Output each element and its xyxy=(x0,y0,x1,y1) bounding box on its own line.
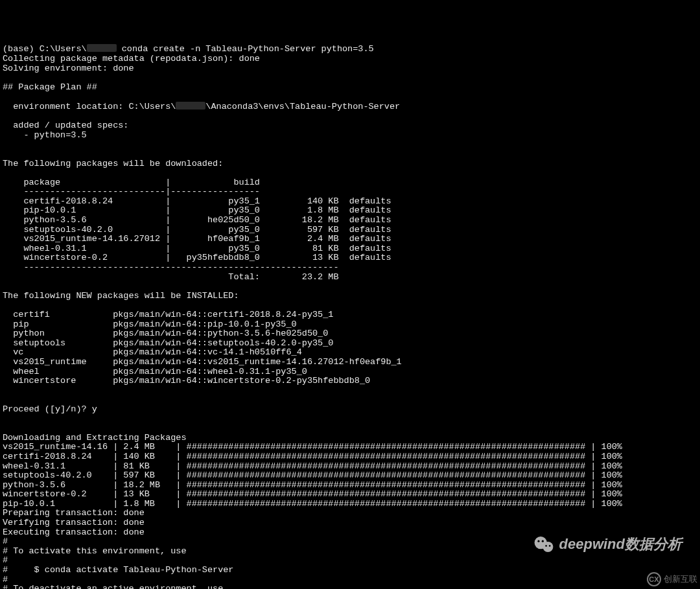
dl-col-header: package | build xyxy=(3,178,260,187)
proceed-prompt: Proceed ([y]/n)? y xyxy=(3,404,97,414)
prompt-prefix: (base) C:\Users\ xyxy=(3,44,87,54)
hint-line: # xyxy=(3,555,8,565)
svg-point-4 xyxy=(545,545,547,547)
env-loc-label: environment location: C:\Users\ xyxy=(3,102,176,111)
redacted-user xyxy=(176,102,205,110)
transaction-line: Verifying transaction: done xyxy=(3,518,145,527)
dl-row: certifi-2018.8.24 | py35_1 140 KB defaul… xyxy=(3,196,391,206)
dl-row: python-3.5.6 | he025d50_0 18.2 MB defaul… xyxy=(3,215,391,225)
new-row: vs2015_runtime pkgs/main/win-64::vs2015_… xyxy=(3,357,402,367)
new-row: wincertstore pkgs/main/win-64::wincertst… xyxy=(3,376,370,386)
hint-line: # xyxy=(3,575,8,584)
dl-row: vs2015_runtime-14.16.27012 | hf0eaf9b_1 … xyxy=(3,234,391,244)
transaction-line: Executing transaction: done xyxy=(3,527,145,537)
dl-row: setuptools-40.2.0 | py35_0 597 KB defaul… xyxy=(3,225,391,235)
download-header: The following packages will be downloade… xyxy=(3,159,223,168)
extract-row: setuptools-40.2.0 | 597 KB | ###########… xyxy=(3,470,622,480)
hint-line: # xyxy=(3,537,8,546)
extract-header: Downloading and Extracting Packages xyxy=(3,433,187,443)
new-row: certifi pkgs/main/win-64::certifi-2018.8… xyxy=(3,310,333,319)
wechat-icon xyxy=(517,525,554,563)
transaction-line: Preparing transaction: done xyxy=(3,508,145,518)
new-row: setuptools pkgs/main/win-64::setuptools-… xyxy=(3,338,333,348)
svg-point-3 xyxy=(541,540,543,542)
new-row: pip pkgs/main/win-64::pip-10.0.1-py35_0 xyxy=(3,319,297,329)
dl-row: pip-10.0.1 | py35_0 1.8 MB defaults xyxy=(3,205,391,215)
hint-line: # To deactivate an active environment, u… xyxy=(3,584,223,589)
extract-row: certifi-2018.8.24 | 140 KB | ###########… xyxy=(3,452,622,461)
dl-separator-bottom: ----------------------------------------… xyxy=(3,262,338,272)
wechat-text: deepwind数据分析 xyxy=(559,540,682,549)
solving-line: Solving environment: done xyxy=(3,64,134,73)
specs-line: - python=3.5 xyxy=(3,130,87,140)
plan-header: ## Package Plan ## xyxy=(3,82,97,92)
dl-row: wheel-0.31.1 | py35_0 81 KB defaults xyxy=(3,244,391,253)
corner-text: 创新互联 xyxy=(664,575,697,584)
new-row: wheel pkgs/main/win-64::wheel-0.31.1-py3… xyxy=(3,367,307,376)
extract-row: wincertstore-0.2 | 13 KB | #############… xyxy=(3,489,622,499)
corner-watermark: CX 创新互联 xyxy=(647,572,697,586)
extract-row: wheel-0.31.1 | 81 KB | #################… xyxy=(3,461,622,471)
svg-point-5 xyxy=(548,545,550,547)
extract-row: python-3.5.6 | 18.2 MB | ###############… xyxy=(3,480,622,490)
hint-line: # To activate this environment, use xyxy=(3,546,187,556)
hint-line: # $ conda activate Tableau-Python-Server xyxy=(3,565,233,575)
specs-header: added / updated specs: xyxy=(3,121,128,130)
command-text: conda create -n Tableau-Python-Server py… xyxy=(122,44,374,54)
new-row: vc pkgs/main/win-64::vc-14.1-h0510ff6_4 xyxy=(3,347,302,357)
new-row: python pkgs/main/win-64::python-3.5.6-he… xyxy=(3,329,328,338)
new-packages-header: The following NEW packages will be INSTA… xyxy=(3,291,239,301)
svg-point-2 xyxy=(537,540,539,542)
env-loc-tail: \Anaconda3\envs\Tableau-Python-Server xyxy=(205,102,400,111)
extract-row: vs2015_runtime-14.16 | 2.4 MB | ########… xyxy=(3,442,622,452)
extract-row: pip-10.0.1 | 1.8 MB | ##################… xyxy=(3,499,622,509)
terminal-output[interactable]: (base) C:\Users\ conda create -n Tableau… xyxy=(0,38,700,589)
collecting-line: Collecting package metadata (repodata.js… xyxy=(3,54,260,64)
wechat-watermark: deepwind数据分析 xyxy=(517,525,682,563)
dl-row: wincertstore-0.2 | py35hfebbdb8_0 13 KB … xyxy=(3,253,391,262)
redacted-user xyxy=(87,44,117,52)
dl-total: Total: 23.2 MB xyxy=(3,272,338,282)
dl-separator: ---------------------------|------------… xyxy=(3,187,260,196)
corner-logo-icon: CX xyxy=(647,572,661,586)
svg-point-1 xyxy=(542,542,553,552)
